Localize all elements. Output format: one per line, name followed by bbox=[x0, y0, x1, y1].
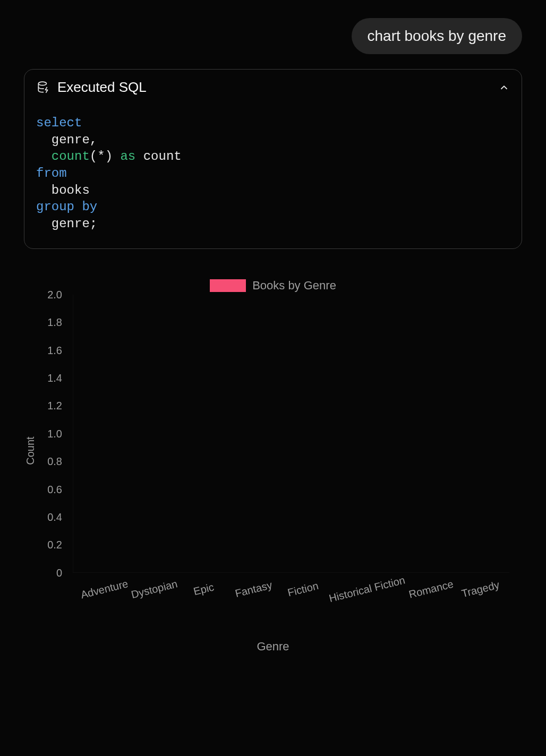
x-tick: Romance bbox=[405, 577, 464, 630]
y-tick: 1.8 bbox=[47, 316, 62, 329]
database-bolt-icon bbox=[36, 81, 50, 94]
sql-code: select genre, count(*) as count from boo… bbox=[36, 115, 510, 233]
sql-panel-header[interactable]: Executed SQL bbox=[36, 79, 510, 96]
y-tick: 1.4 bbox=[47, 372, 62, 384]
x-tick: Adventure bbox=[79, 577, 137, 630]
y-tick: 1.0 bbox=[47, 427, 62, 440]
x-tick: Fantasy bbox=[228, 577, 286, 630]
y-tick: 0.6 bbox=[47, 483, 62, 495]
y-tick: 0.2 bbox=[47, 539, 62, 551]
app-root: chart books by genre Executed SQL bbox=[0, 0, 546, 756]
x-tick: Tragedy bbox=[455, 577, 514, 630]
sql-panel: Executed SQL select genre, count(*) as c… bbox=[24, 69, 522, 249]
y-axis-ticks: 00.20.40.60.81.01.21.41.61.82.0 bbox=[26, 295, 67, 573]
y-tick: 2.0 bbox=[47, 288, 62, 300]
y-tick: 0 bbox=[56, 566, 62, 579]
user-message-bubble: chart books by genre bbox=[352, 18, 523, 54]
x-tick: Fiction bbox=[278, 577, 336, 630]
y-tick: 1.6 bbox=[47, 344, 62, 356]
x-axis-ticks: AdventureDystopianEpicFantasyFictionHist… bbox=[73, 578, 509, 626]
svg-point-0 bbox=[38, 82, 46, 85]
y-tick: 0.4 bbox=[47, 511, 62, 523]
y-tick: 0.8 bbox=[47, 456, 62, 468]
y-tick: 1.2 bbox=[47, 400, 62, 412]
x-tick: Historical Fiction bbox=[328, 574, 414, 634]
chart-legend: Books by Genre bbox=[26, 279, 520, 293]
legend-label: Books by Genre bbox=[252, 279, 336, 293]
bars-container bbox=[73, 295, 509, 572]
chart: Books by Genre 00.20.40.60.81.01.21.41.6… bbox=[26, 276, 520, 658]
sql-panel-title: Executed SQL bbox=[57, 79, 147, 96]
user-message-row: chart books by genre bbox=[24, 18, 522, 54]
x-axis-label: Genre bbox=[26, 640, 520, 654]
x-tick: Dystopian bbox=[129, 577, 187, 630]
plot-area bbox=[73, 295, 509, 573]
sql-panel-header-left: Executed SQL bbox=[36, 79, 147, 96]
chevron-up-icon[interactable] bbox=[498, 82, 510, 93]
legend-swatch bbox=[210, 279, 246, 292]
x-tick: Epic bbox=[178, 577, 237, 630]
y-axis-label: Count bbox=[24, 436, 37, 465]
